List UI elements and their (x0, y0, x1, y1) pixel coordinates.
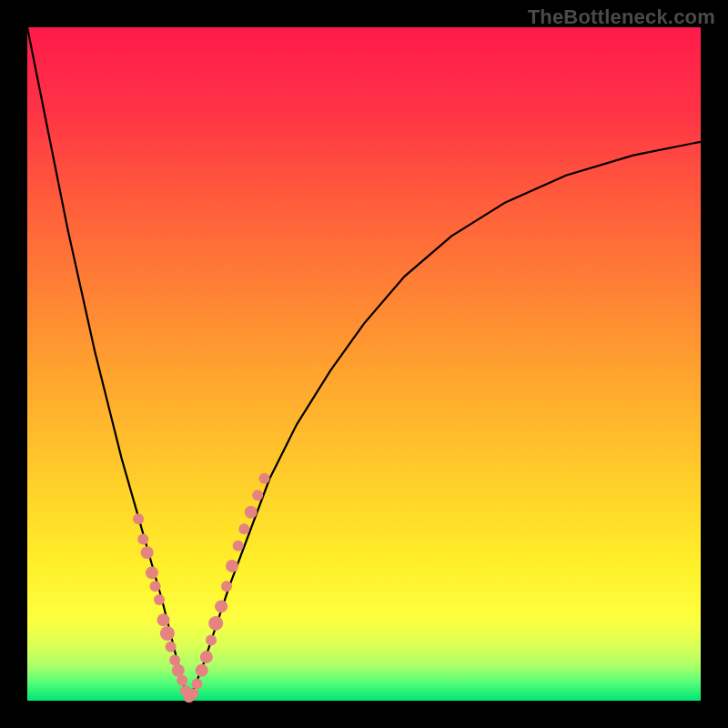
bead-left (177, 675, 187, 686)
bead-right (245, 506, 258, 519)
bead-left (141, 546, 154, 559)
bead-right (187, 689, 198, 700)
bead-right (192, 679, 203, 690)
bead-right (200, 651, 213, 663)
bead-left (154, 594, 165, 605)
bead-left (133, 513, 144, 524)
bead-right (233, 541, 244, 551)
bead-left (137, 533, 148, 544)
bead-right (208, 616, 223, 631)
bead-left (157, 613, 170, 626)
bead-right (196, 664, 208, 677)
bead-left (166, 642, 177, 652)
curve-right-branch (189, 142, 701, 701)
bead-right (226, 560, 238, 572)
bead-left (146, 566, 158, 579)
bead-right (221, 581, 232, 592)
bead-right (206, 634, 217, 645)
bead-right (238, 523, 249, 534)
watermark-text: TheBottleneck.com (528, 5, 715, 29)
bead-right (259, 473, 270, 484)
bead-left (150, 581, 161, 592)
bead-right (215, 600, 228, 612)
bead-right (252, 490, 263, 500)
chart-overlay-svg (27, 27, 701, 701)
bead-left (172, 664, 185, 677)
chart-stage: TheBottleneck.com (0, 0, 728, 728)
bead-left (160, 626, 175, 641)
chart-plot-area (27, 27, 701, 701)
